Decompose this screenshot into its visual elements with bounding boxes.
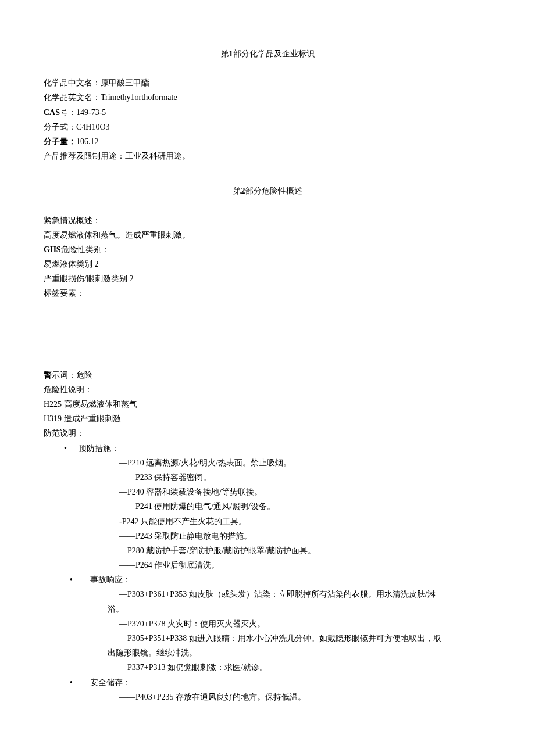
p303-cont: 浴。 xyxy=(44,602,491,617)
name-en: 化学品英文名：Trimethy1orthoformate xyxy=(44,90,491,105)
p242: -P242 只能使用不产生火花的工具。 xyxy=(44,514,491,529)
molecular-weight: 分子量：106.12 xyxy=(44,134,491,149)
response-label: 事故响应： xyxy=(44,572,491,587)
pictogram-placeholder xyxy=(44,301,491,368)
storage-label: 安全储存： xyxy=(44,675,491,690)
p243: ——P243 采取防止静电放电的措施。 xyxy=(44,529,491,543)
ghs-class-1: 易燃液体类别 2 xyxy=(44,257,491,271)
ghs-class-2: 严重眼损伤/眼刺激类别 2 xyxy=(44,271,491,286)
hazard-h225: H225 高度易燃液体和蒸气 xyxy=(44,397,491,411)
p264: ——P264 作业后彻底清洗。 xyxy=(44,558,491,572)
p210: —P210 远离热源/火花/明火/热表面。禁止吸烟。 xyxy=(44,456,491,470)
p305: —P305+P351+P338 如进入眼睛：用水小心冲洗几分钟。如戴隐形眼镜并可… xyxy=(44,631,491,646)
p303: —P303+P361+P353 如皮肤（或头发）沾染：立即脱掉所有沾染的衣服。用… xyxy=(44,587,491,601)
emergency-overview-label: 紧急情况概述： xyxy=(44,213,491,228)
recommended-use: 产品推荐及限制用途：工业及科研用途。 xyxy=(44,149,491,163)
prevention-label: 预防措施： xyxy=(44,441,491,456)
hazard-statement-label: 危险性说明： xyxy=(44,382,491,397)
formula: 分子式：C4H10O3 xyxy=(44,120,491,134)
section-2-title-num: 2 xyxy=(241,187,245,195)
p233: ——P233 保持容器密闭。 xyxy=(44,470,491,485)
precautionary-label: 防范说明： xyxy=(44,426,491,440)
section-1-title-num: 1 xyxy=(229,49,233,58)
p337: —P337+P313 如仍觉眼刺激：求医/就诊。 xyxy=(44,660,491,675)
p305-cont: 出隐形眼镜。继续冲洗。 xyxy=(44,646,491,660)
p280: —P280 戴防护手套/穿防护服/戴防护眼罩/戴防护面具。 xyxy=(44,543,491,558)
section-2-title-suffix: 部分危险性概述 xyxy=(245,187,302,195)
section-1-title-suffix: 部分化学品及企业标识 xyxy=(233,49,315,58)
p241: ——P241 使用防爆的电气/通风/照明/设备。 xyxy=(44,499,491,514)
section-1-title: 第1部分化学品及企业标识 xyxy=(44,46,491,61)
section-2-title-prefix: 第 xyxy=(233,187,241,195)
p370: —P370+P378 火灾时：使用灭火器灭火。 xyxy=(44,617,491,631)
name-cn: 化学品中文名：原甲酸三甲酯 xyxy=(44,76,491,90)
section-2-title: 第2部分危险性概述 xyxy=(44,184,491,198)
cas-number: CAS号：149-73-5 xyxy=(44,105,491,120)
p240: —P240 容器和装载设备接地/等势联接。 xyxy=(44,485,491,499)
section-1-title-prefix: 第 xyxy=(221,49,229,58)
hazard-h319: H319 造成严重眼刺激 xyxy=(44,411,491,426)
p403: ——P403+P235 存放在通风良好的地方。保持低温。 xyxy=(44,690,491,704)
ghs-classification-label: GHS危险性类别： xyxy=(44,242,491,257)
emergency-overview-text: 高度易燃液体和蒸气。造成严重眼刺激。 xyxy=(44,228,491,242)
signal-word: 警示词：危险 xyxy=(44,368,491,382)
label-elements: 标签要素： xyxy=(44,286,491,300)
